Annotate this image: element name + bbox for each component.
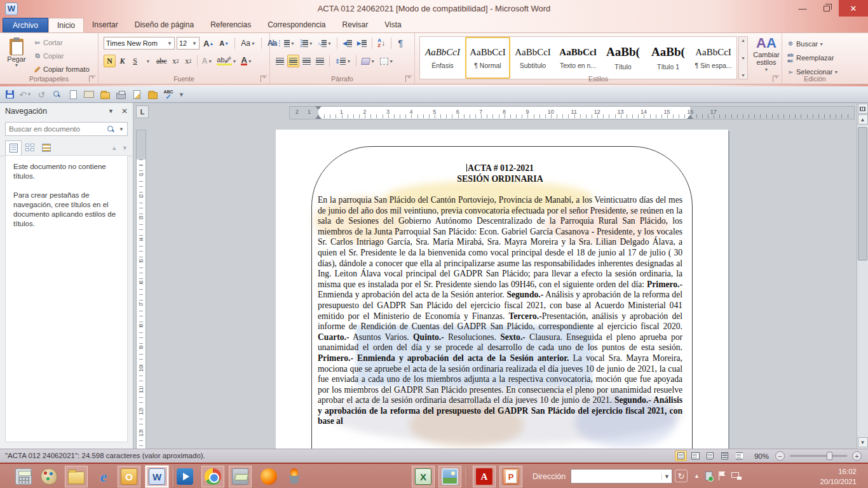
dialog-launcher-fuente[interactable] [261,76,267,82]
previous-heading-icon[interactable]: ▲ [111,145,117,151]
fullscreen-reading-view-button[interactable] [689,451,702,461]
minimize-button[interactable]: — [790,0,815,17]
browse-results-tab[interactable] [38,140,55,156]
shading-button[interactable]: ▼ [360,55,377,67]
dialog-launcher-portapapeles[interactable] [89,76,95,82]
style-item[interactable]: AaBbCcI ¶ Sin espa... [691,37,736,79]
style-item[interactable]: AaBb( Título [600,37,646,79]
subscript-button[interactable]: x2 [170,55,182,67]
taskbar-clock[interactable]: 16:02 20/10/2021 [820,466,857,487]
vertical-ruler[interactable]: 12345678910111213 [136,130,146,449]
numbering-button[interactable]: 12▼ [298,37,315,50]
tab-revisar[interactable]: Revisar [334,18,377,32]
address-bar[interactable]: ▼ [571,469,672,484]
underline-button[interactable]: S [129,55,141,67]
edit-document-button[interactable] [131,89,142,100]
align-right-button[interactable] [301,55,313,67]
line-spacing-button[interactable]: ⇕▼ [333,55,353,67]
navigation-pane-options-icon[interactable]: ▼ [108,108,114,114]
multilevel-list-button[interactable]: ¹₃▼ [316,37,334,50]
browse-pages-tab[interactable] [22,140,38,156]
usb-device-icon[interactable] [705,471,712,480]
action-center-flag-icon[interactable] [718,471,726,480]
paste-button[interactable]: Pegar ▼ [4,36,29,75]
browse-headings-tab[interactable] [5,140,22,156]
next-heading-icon[interactable]: ▼ [122,145,128,151]
style-item[interactable]: AaBbCcI ¶ Normal [465,37,510,79]
shrink-font-button[interactable]: A▼ [217,37,231,50]
scrollbar-thumb[interactable] [858,127,867,261]
scroll-down-icon[interactable]: ▼ [741,56,745,60]
open-button[interactable] [99,89,111,100]
taskbar-scanner-icon[interactable] [229,466,252,487]
taskbar-paint-icon[interactable] [39,467,58,486]
copy-button[interactable]: ⧉Copiar [33,50,90,62]
tab-inicio[interactable]: Inicio [48,18,84,32]
taskbar-word-icon[interactable]: W [146,466,168,487]
find-button[interactable]: ⌾Buscar▼ [786,37,838,50]
taskbar-photo-viewer-icon[interactable] [438,466,461,487]
search-icon[interactable] [107,125,115,133]
print-preview-button[interactable] [51,89,63,100]
address-dropdown-icon[interactable]: ▼ [661,473,672,480]
align-left-button[interactable] [274,55,286,67]
tray-expand-icon[interactable]: ▲ [694,473,700,479]
sort-button[interactable]: AZ↓ [376,37,388,50]
zoom-level[interactable]: 90% [754,452,769,460]
redo-button[interactable]: ↺ [36,89,47,100]
navigation-pane-close-icon[interactable]: ✕ [121,107,128,116]
font-size-combobox[interactable]: 12▼ [177,37,200,50]
zoom-in-button[interactable]: + [852,451,862,461]
character-count-status[interactable]: "ACTA 012 24062021": 24.598 caracteres (… [5,452,205,459]
web-layout-view-button[interactable] [704,451,716,461]
tab-vista[interactable]: Vista [376,18,409,32]
search-options-icon[interactable]: ▼ [119,126,124,132]
restore-button[interactable] [815,0,839,17]
styles-gallery-scrollbar[interactable]: ▲ ▼ ▼ [738,36,748,79]
zoom-slider[interactable] [790,455,847,457]
borders-button[interactable]: ▼ [378,55,395,67]
new-document-button[interactable] [67,89,79,100]
superscript-button[interactable]: x2 [182,55,194,67]
style-item[interactable]: AaBb( Título 1 [646,37,691,79]
spelling-button[interactable]: ABC✓ [163,89,174,100]
cut-button[interactable]: ✂Cortar [33,36,90,49]
refresh-icon[interactable]: ↻ [675,470,688,482]
justify-button[interactable] [314,55,326,67]
close-button[interactable]: ✕ [839,0,868,17]
draft-view-button[interactable] [733,451,745,461]
network-icon[interactable] [731,472,742,480]
highlight-button[interactable]: ab🖉▼ [215,55,238,67]
grow-font-button[interactable]: A▲ [201,37,215,50]
tab-insertar[interactable]: Insertar [84,18,126,32]
format-painter-button[interactable]: 🖉Copiar formato [33,63,90,76]
scroll-up-icon[interactable]: ▲ [858,114,868,125]
attach-button[interactable] [83,89,95,100]
taskbar-firefox-icon[interactable] [259,467,278,486]
document-content[interactable]: ACTA # 012-2021 SESIÓN ORDINARIA En la p… [318,163,682,427]
scroll-up-icon[interactable]: ▲ [741,38,745,43]
style-item[interactable]: AaBbCcl Texto en n... [555,37,600,79]
taskbar-autocad-icon[interactable]: A [473,466,496,487]
scroll-down-icon[interactable]: ▼ [858,437,868,447]
dialog-launcher-estilos[interactable] [773,76,779,82]
bold-button[interactable]: N [104,55,116,67]
taskbar-excel-icon[interactable]: X [412,466,435,487]
search-input[interactable] [9,125,107,133]
taskbar-chrome-icon[interactable] [201,466,224,487]
zoom-slider-thumb[interactable] [827,452,832,460]
increase-indent-button[interactable]: ▶ [355,37,369,50]
print-layout-view-button[interactable] [675,451,687,461]
tab-referencias[interactable]: Referencias [202,18,259,32]
text-effects-button[interactable]: A▼ [200,55,215,67]
replace-button[interactable]: abacReemplazar [786,51,838,64]
taskbar-internet-explorer-icon[interactable]: e [94,467,113,486]
taskbar-file-explorer-icon[interactable] [65,466,88,487]
font-family-combobox[interactable]: Times New Rom▼ [104,37,175,50]
taskbar-powerpoint-icon[interactable]: P [499,466,522,487]
bullets-button[interactable]: ⋮▼ [274,37,297,50]
undo-button[interactable]: ↶▼ [20,89,31,100]
quick-print-button[interactable] [115,89,126,100]
decrease-indent-button[interactable]: ◀ [341,37,354,50]
strikethrough-button[interactable]: abc [154,55,169,67]
